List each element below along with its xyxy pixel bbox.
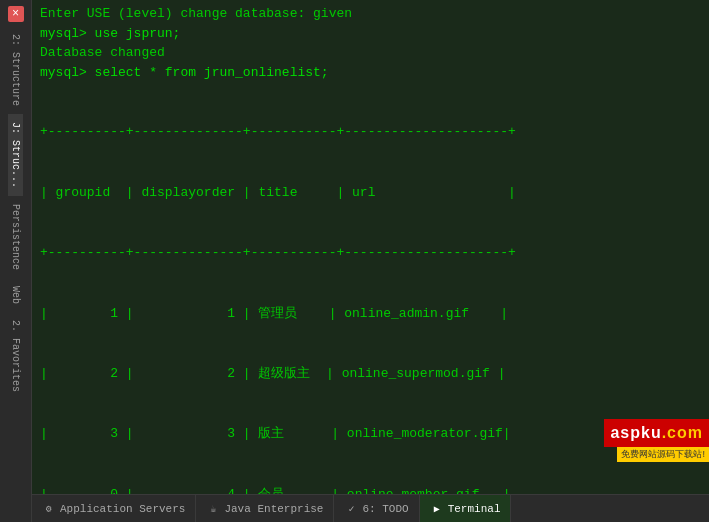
watermark-com: .com: [662, 424, 703, 441]
table-header: | groupid | displayorder | title | url |: [40, 183, 701, 203]
table-sep-mid: +----------+--------------+-----------+-…: [40, 243, 701, 263]
tab-todo[interactable]: ✓ 6: TODO: [334, 495, 419, 522]
todo-label: 6: TODO: [362, 503, 408, 515]
watermark-logo: aspku.com: [604, 419, 709, 447]
table-row-2: | 2 | 2 | 超级版主 | online_supermod.gif |: [40, 364, 701, 384]
table-sep-top: +----------+--------------+-----------+-…: [40, 122, 701, 142]
app-servers-label: Application Servers: [60, 503, 185, 515]
watermark: aspku.com 免费网站源码下载站!: [604, 419, 709, 463]
table-row-1: | 1 | 1 | 管理员 | online_admin.gif |: [40, 304, 701, 324]
todo-icon: ✓: [344, 502, 358, 516]
app-servers-icon: ⚙: [42, 502, 56, 516]
terminal-line-2: mysql> use jsprun;: [40, 24, 701, 44]
table-row-3: | 3 | 3 | 版主 | online_moderator.gif|: [40, 424, 701, 444]
terminal-line-4: mysql> select * from jrun_onlinelist;: [40, 63, 701, 83]
bottom-bar: ⚙ Application Servers ☕ Java Enterprise …: [32, 494, 709, 522]
tab-java-enterprise[interactable]: ☕ Java Enterprise: [196, 495, 334, 522]
terminal-line-3: Database changed: [40, 43, 701, 63]
terminal-label: Terminal: [448, 503, 501, 515]
terminal-icon: ▶: [430, 502, 444, 516]
sidebar-tab-jstruc[interactable]: J: Struc...: [8, 114, 23, 196]
tab-app-servers[interactable]: ⚙ Application Servers: [32, 495, 196, 522]
java-enterprise-label: Java Enterprise: [224, 503, 323, 515]
sidebar-tab-web[interactable]: Web: [8, 278, 23, 312]
terminal-line-1: Enter USE (level) change database: given: [40, 4, 701, 24]
terminal-table: +----------+--------------+-----------+-…: [40, 82, 701, 494]
sidebar-left: 2: Structure J: Struc... Persistence Web…: [0, 0, 32, 522]
watermark-tagline: 免费网站源码下载站!: [617, 447, 709, 463]
sidebar-tab-structure[interactable]: 2: Structure: [8, 26, 23, 114]
sidebar-tab-favorites[interactable]: 2. Favorites: [8, 312, 23, 400]
sidebar-tab-persistence[interactable]: Persistence: [8, 196, 23, 278]
table-row-4: | 0 | 4 | 会员 | online_member.gif |: [40, 485, 701, 494]
terminal-area[interactable]: Enter USE (level) change database: given…: [32, 0, 709, 494]
main-area: Enter USE (level) change database: given…: [32, 0, 709, 522]
java-enterprise-icon: ☕: [206, 502, 220, 516]
tab-terminal[interactable]: ▶ Terminal: [420, 495, 512, 522]
watermark-text: aspku: [610, 424, 661, 441]
close-button[interactable]: [8, 6, 24, 22]
